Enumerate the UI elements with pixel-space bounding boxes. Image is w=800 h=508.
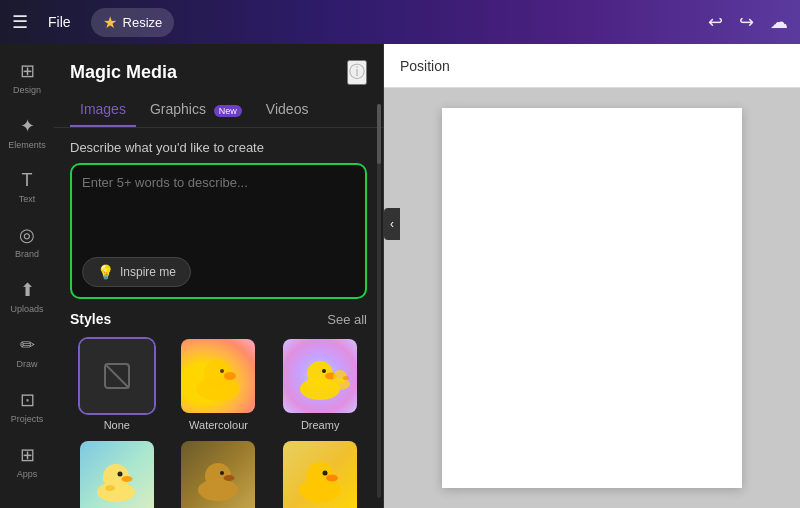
style-anime[interactable]: Anime <box>70 439 164 508</box>
inspire-label: Inspire me <box>120 265 176 279</box>
topbar: ☰ File ★ Resize ↩ ↪ ☁ <box>0 0 800 44</box>
svg-point-21 <box>220 471 224 475</box>
svg-point-16 <box>118 471 123 476</box>
style-dreamy-thumb <box>281 337 359 415</box>
tab-graphics-label: Graphics <box>150 101 206 117</box>
svg-point-17 <box>105 485 115 491</box>
see-all-button[interactable]: See all <box>327 312 367 327</box>
canvas-page <box>442 108 742 488</box>
anime-duck-icon <box>84 446 149 509</box>
menu-button[interactable]: ☰ <box>12 11 28 33</box>
tab-videos[interactable]: Videos <box>256 93 319 127</box>
file-button[interactable]: File <box>40 10 79 34</box>
style-none-thumb <box>78 337 156 415</box>
prompt-container[interactable]: 💡 Inspire me <box>70 163 367 299</box>
prompt-textarea[interactable] <box>82 175 355 245</box>
inspire-button[interactable]: 💡 Inspire me <box>82 257 191 287</box>
main-layout: ⊞Design✦ElementsTText◎Brand⬆Uploads✏Draw… <box>0 44 800 508</box>
style-filmic-thumb <box>179 439 257 508</box>
style-watercolour[interactable]: Watercolour <box>172 337 266 431</box>
sidebar-design-label: Design <box>13 85 41 95</box>
sidebar-brand-icon: ◎ <box>19 224 35 246</box>
sidebar-projects-icon: ⊡ <box>20 389 35 411</box>
panel-header: Magic Media ⓘ <box>54 44 383 93</box>
canvas-content[interactable] <box>384 88 800 508</box>
scrollbar-track <box>377 104 381 498</box>
svg-point-5 <box>220 369 224 373</box>
style-none-label: None <box>104 419 130 431</box>
cloud-button[interactable]: ☁ <box>770 11 788 33</box>
no-image-icon <box>101 360 133 392</box>
canvas-toolbar: Position <box>384 44 800 88</box>
sidebar-brand-label: Brand <box>15 249 39 259</box>
svg-point-20 <box>223 475 234 481</box>
sidebar-apps-label: Apps <box>17 469 38 479</box>
panel-tabs: Images Graphics New Videos <box>54 93 383 128</box>
style-photo-thumb <box>281 439 359 508</box>
panel-title: Magic Media <box>70 62 177 83</box>
style-none-preview <box>80 339 154 413</box>
tab-images[interactable]: Images <box>70 93 136 127</box>
collapse-panel-button[interactable]: ‹ <box>384 208 400 240</box>
info-button[interactable]: ⓘ <box>347 60 367 85</box>
svg-point-12 <box>343 376 349 380</box>
styles-header: Styles See all <box>70 311 367 327</box>
style-photo-preview <box>283 441 357 508</box>
redo-button[interactable]: ↪ <box>739 11 754 33</box>
style-filmic-preview <box>181 441 255 508</box>
dreamy-duck-icon <box>288 344 353 409</box>
style-filmic[interactable]: Filmic <box>172 439 266 508</box>
sidebar: ⊞Design✦ElementsTText◎Brand⬆Uploads✏Draw… <box>0 44 54 508</box>
describe-label: Describe what you'd like to create <box>70 140 367 155</box>
sidebar-item-brand[interactable]: ◎Brand <box>0 216 54 267</box>
topbar-actions: ↩ ↪ ☁ <box>708 11 788 33</box>
sidebar-item-uploads[interactable]: ⬆Uploads <box>0 271 54 322</box>
style-none[interactable]: None <box>70 337 164 431</box>
sidebar-item-projects[interactable]: ⊡Projects <box>0 381 54 432</box>
sidebar-design-icon: ⊞ <box>20 60 35 82</box>
svg-point-15 <box>122 476 133 482</box>
panel-content: Describe what you'd like to create 💡 Ins… <box>54 128 383 508</box>
scrollbar-thumb[interactable] <box>377 104 381 164</box>
style-photo[interactable]: Photo <box>273 439 367 508</box>
sidebar-item-text[interactable]: TText <box>0 162 54 212</box>
sidebar-elements-label: Elements <box>8 140 46 150</box>
undo-button[interactable]: ↩ <box>708 11 723 33</box>
sidebar-text-icon: T <box>22 170 33 191</box>
watercolour-duck-icon <box>186 344 251 409</box>
style-watercolour-thumb <box>179 337 257 415</box>
sidebar-uploads-label: Uploads <box>10 304 43 314</box>
style-watercolour-label: Watercolour <box>189 419 248 431</box>
svg-point-4 <box>224 372 236 380</box>
sidebar-item-design[interactable]: ⊞Design <box>0 52 54 103</box>
svg-point-25 <box>322 470 327 475</box>
chevron-left-icon: ‹ <box>390 217 394 231</box>
new-badge: New <box>214 105 242 117</box>
style-dreamy-label: Dreamy <box>301 419 340 431</box>
magic-media-panel: Magic Media ⓘ Images Graphics New Videos… <box>54 44 384 508</box>
sidebar-item-draw[interactable]: ✏Draw <box>0 326 54 377</box>
sidebar-elements-icon: ✦ <box>20 115 35 137</box>
menu-icon: ☰ <box>12 12 28 32</box>
position-label: Position <box>400 58 450 74</box>
filmic-duck-icon <box>186 446 251 509</box>
resize-button[interactable]: ★ Resize <box>91 8 175 37</box>
sidebar-uploads-icon: ⬆ <box>20 279 35 301</box>
style-dreamy[interactable]: Dreamy <box>273 337 367 431</box>
svg-point-9 <box>322 369 326 373</box>
sidebar-draw-icon: ✏ <box>20 334 35 356</box>
tab-graphics[interactable]: Graphics New <box>140 93 252 127</box>
sidebar-text-label: Text <box>19 194 36 204</box>
sidebar-draw-label: Draw <box>16 359 37 369</box>
style-anime-thumb <box>78 439 156 508</box>
photo-duck-icon <box>288 446 353 509</box>
inspire-icon: 💡 <box>97 264 114 280</box>
sidebar-item-apps[interactable]: ⊞Apps <box>0 436 54 487</box>
resize-label: Resize <box>123 15 163 30</box>
sidebar-item-elements[interactable]: ✦Elements <box>0 107 54 158</box>
style-anime-preview <box>80 441 154 508</box>
styles-title: Styles <box>70 311 111 327</box>
svg-line-1 <box>105 364 129 388</box>
resize-star-icon: ★ <box>103 13 117 32</box>
styles-grid: None <box>70 337 367 508</box>
